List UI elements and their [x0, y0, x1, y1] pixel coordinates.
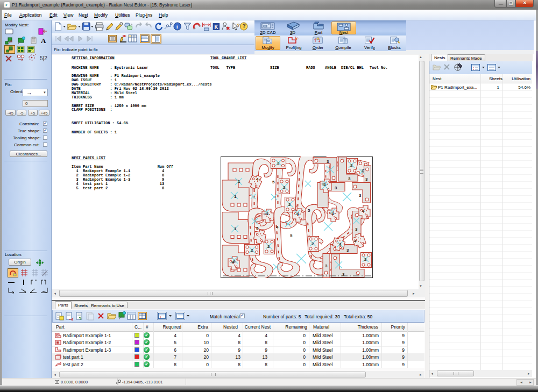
svg-text:4: 4 [354, 239, 357, 244]
svg-text:2: 2 [364, 257, 367, 262]
svg-text:i: i [176, 23, 178, 30]
svg-text:2: 2 [350, 163, 353, 168]
svg-text:3: 3 [365, 177, 368, 182]
svg-text:?: ? [243, 23, 246, 29]
svg-text:4: 4 [256, 177, 259, 182]
svg-text:2: 2 [267, 244, 270, 249]
svg-text:2: 2 [312, 241, 314, 246]
svg-text:3: 3 [327, 159, 329, 164]
svg-text:4: 4 [362, 209, 365, 213]
svg-text:3: 3 [355, 227, 358, 232]
svg-text:3: 3 [335, 186, 337, 190]
svg-text:2: 2 [283, 185, 286, 190]
svg-text:5: 5 [290, 233, 293, 238]
svg-text:3: 3 [348, 176, 351, 181]
svg-text:4: 4 [339, 242, 342, 247]
svg-text:5|2: 5|2 [40, 55, 47, 61]
svg-text:5: 5 [272, 180, 275, 184]
svg-text:4: 4 [331, 211, 334, 216]
svg-text:5: 5 [308, 208, 310, 213]
svg-text:4: 4 [232, 260, 235, 265]
svg-text:4: 4 [296, 212, 299, 217]
svg-text:2: 2 [362, 168, 364, 173]
svg-text:3: 3 [342, 272, 345, 277]
svg-text:1: 1 [234, 226, 237, 231]
svg-text:?: ? [237, 23, 240, 28]
svg-text:5: 5 [256, 226, 259, 231]
svg-text:4: 4 [276, 225, 279, 230]
svg-text:2: 2 [277, 161, 280, 166]
svg-text:1: 1 [234, 194, 237, 199]
svg-text:2: 2 [251, 248, 253, 253]
svg-text:4: 4 [266, 211, 268, 216]
svg-text:A: A [41, 37, 46, 45]
svg-text:2: 2 [288, 202, 291, 207]
svg-text:3: 3 [359, 193, 362, 198]
svg-text:K: K [215, 24, 218, 30]
svg-text:4: 4 [323, 182, 326, 187]
svg-text:3: 3 [325, 263, 328, 268]
svg-text:3: 3 [346, 248, 349, 253]
svg-text:1: 1 [238, 179, 240, 184]
